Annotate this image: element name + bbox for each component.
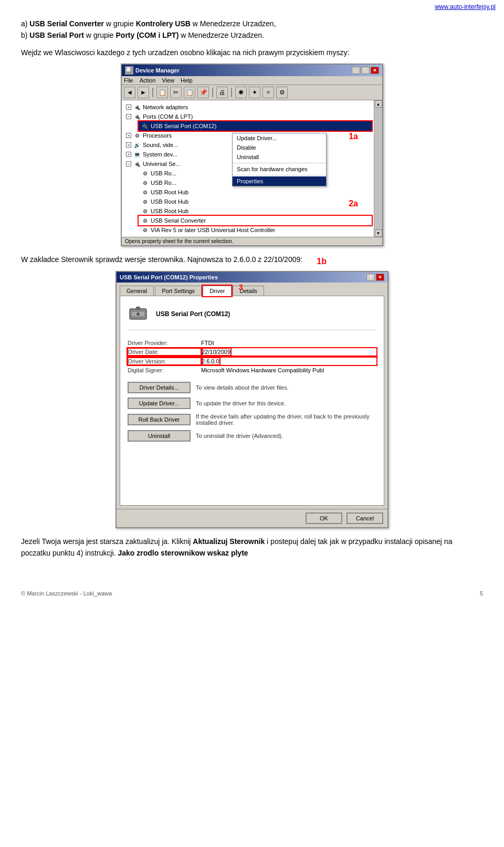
tree-item-network[interactable]: + 🔌 Network adapters <box>124 102 372 112</box>
ctx-scan[interactable]: Scan for hardware changes <box>233 164 326 174</box>
dm-close-button[interactable]: ✕ <box>371 67 379 74</box>
expand-icon-univ[interactable]: − <box>126 161 131 166</box>
toolbar-sep3 <box>231 88 232 97</box>
ctx-properties[interactable]: Properties <box>233 176 326 186</box>
dm-statusbar: Opens property sheet for the current sel… <box>122 237 382 245</box>
update-driver-button[interactable]: Update Driver... <box>128 398 191 409</box>
props-btn-row-update: Update Driver... To update the driver fo… <box>128 398 376 409</box>
props-btn-row-uninstall: Uninstall To uninstall the driver (Advan… <box>128 430 376 442</box>
dm-tree: + 🔌 Network adapters − 🔌 Ports (COM & LP… <box>122 100 374 237</box>
toolbar-btn4[interactable]: 📋 <box>184 87 195 98</box>
site-link[interactable]: www.auto-interfejsy.pl <box>435 3 496 11</box>
tree-item-usb-root4[interactable]: ⚙ USB Root Hub <box>139 197 372 206</box>
toolbar-back[interactable]: ◄ <box>124 87 135 98</box>
tree-item-via[interactable]: ⚙ VIA Rev 5 or later USB Universal Host … <box>139 225 372 235</box>
menu-help[interactable]: Help <box>181 77 193 83</box>
toolbar-btn3[interactable]: ✂ <box>170 87 182 98</box>
tree-item-ports[interactable]: − 🔌 Ports (COM & LPT) <box>124 112 372 121</box>
sound-icon: 🔊 <box>133 141 141 149</box>
expand-icon-ports[interactable]: − <box>126 114 131 119</box>
tab-general[interactable]: General <box>120 286 154 296</box>
uninstall-driver-desc: To uninstall the driver (Advanced). <box>196 433 376 439</box>
tree-item-usb-serial-port[interactable]: 🔌 USB Serial Port (COM12) <box>139 121 372 131</box>
toolbar-forward[interactable]: ► <box>138 87 149 98</box>
scroll-up[interactable]: ▲ <box>375 100 382 108</box>
props-close-button[interactable]: ✕ <box>376 274 384 281</box>
toolbar-sep1 <box>152 88 153 97</box>
scroll-down[interactable]: ▼ <box>375 229 382 237</box>
menu-file[interactable]: File <box>124 77 133 83</box>
props-row-signer: Digital Signer: Microsoft Windows Hardwa… <box>128 367 376 373</box>
tree-item-usb-root5[interactable]: ⚙ USB Root Hub <box>139 206 372 216</box>
props-btn-row-details: Driver Details... To view details about … <box>128 382 376 393</box>
toolbar-btn5[interactable]: 📌 <box>197 87 209 98</box>
badge-3: 3 <box>239 283 243 291</box>
dm-scrollbar[interactable]: ▲ ▼ <box>374 100 382 237</box>
ctx-update-driver[interactable]: Update Driver... <box>233 133 326 143</box>
network-icon: 🔌 <box>133 103 141 111</box>
scroll-track[interactable] <box>375 108 382 229</box>
provider-label: Driver Provider: <box>128 340 201 346</box>
props-tabs: General Port Settings Driver 3 Details <box>117 283 387 296</box>
props-title-label: USB Serial Port (COM12) Properties <box>120 274 218 280</box>
usb-hub-icon1: ⚙ <box>141 169 149 177</box>
tree-item-usb-root3[interactable]: ⚙ USB Root Hub <box>139 187 372 197</box>
device-icon <box>128 304 149 325</box>
props-help-button[interactable]: ? <box>366 274 375 281</box>
toolbar-btn9[interactable]: ✧ <box>262 87 274 98</box>
badge-2a: 2a <box>349 199 358 208</box>
bottom-text: Jezeli Twoja wersja jest starsza zaktual… <box>21 536 483 559</box>
tab-driver[interactable]: Driver 3 <box>203 286 232 296</box>
roll-back-driver-desc: If the device fails after updating the d… <box>196 413 376 426</box>
ctx-uninstall[interactable]: Uninstall <box>233 152 326 162</box>
props-footer: OK Cancel <box>117 509 387 527</box>
expand-icon-sys[interactable]: + <box>126 152 131 157</box>
usb-hub-icon3: ⚙ <box>141 188 149 196</box>
context-menu: Update Driver... Disable Uninstall Scan … <box>232 133 327 186</box>
toolbar-sep2 <box>212 88 213 97</box>
provider-value: FTDI <box>201 340 214 346</box>
props-device-header: USB Serial Port (COM12) <box>128 304 376 330</box>
tree-item-usb-serial-converter[interactable]: ⚙ USB Serial Converter <box>139 216 372 225</box>
roll-back-driver-button[interactable]: Roll Back Driver <box>128 414 191 425</box>
props-info-table: Driver Provider: FTDI Driver Date: 22/10… <box>128 340 376 373</box>
toolbar-btn10[interactable]: ⚙ <box>276 87 288 98</box>
signer-label: Digital Signer: <box>128 367 201 373</box>
driver-details-desc: To view details about the driver files. <box>196 384 376 391</box>
props-row-version: Driver Version: 2.6.0.0 <box>128 358 376 365</box>
menu-action[interactable]: Action <box>140 77 156 83</box>
svg-rect-1 <box>136 307 140 310</box>
ports-icon: 🔌 <box>133 112 141 121</box>
dm-maximize-button[interactable]: □ <box>361 67 370 74</box>
menu-view[interactable]: View <box>162 77 174 83</box>
props-device-name-label: USB Serial Port (COM12) <box>156 310 230 318</box>
tab-port-settings[interactable]: Port Settings <box>155 286 202 296</box>
badge-1b: 1b <box>317 257 327 266</box>
ok-button[interactable]: OK <box>306 513 342 524</box>
properties-wrapper: USB Serial Port (COM12) Properties ? ✕ G… <box>116 271 388 528</box>
svg-point-3 <box>136 312 140 316</box>
expand-icon-proc[interactable]: + <box>126 133 131 138</box>
tab-details[interactable]: Details <box>233 286 264 296</box>
footer-copyright: © Marcin Laszczewski - Loki_wawa <box>21 590 112 597</box>
ctx-sep2 <box>233 175 326 175</box>
proc-icon: ⚙ <box>133 131 141 140</box>
cancel-button[interactable]: Cancel <box>346 513 383 524</box>
expand-icon[interactable]: + <box>126 104 131 110</box>
ctx-disable[interactable]: Disable <box>233 143 326 152</box>
universal-icon: 🔌 <box>133 160 141 168</box>
intro-line3: Wejdz we Wlasciwosci kazdego z tych urza… <box>21 47 483 58</box>
toolbar-btn7[interactable]: ✱ <box>235 87 247 98</box>
toolbar-btn6[interactable]: 🖨 <box>216 87 228 98</box>
dm-minimize-button[interactable]: _ <box>352 67 360 74</box>
expand-icon-sound[interactable]: + <box>126 142 131 148</box>
props-win-buttons: ? ✕ <box>366 274 384 281</box>
update-driver-desc: To update the driver for this device. <box>196 400 376 406</box>
uninstall-driver-button[interactable]: Uninstall <box>128 430 191 442</box>
driver-details-button[interactable]: Driver Details... <box>128 382 191 393</box>
dm-title-icon: 🖥 <box>125 66 133 75</box>
toolbar-btn8[interactable]: ✦ <box>249 87 260 98</box>
signer-value: Microsoft Windows Hardware Compatibility… <box>201 367 324 373</box>
toolbar-btn2[interactable]: 📋 <box>156 87 168 98</box>
properties-window: USB Serial Port (COM12) Properties ? ✕ G… <box>116 271 388 528</box>
